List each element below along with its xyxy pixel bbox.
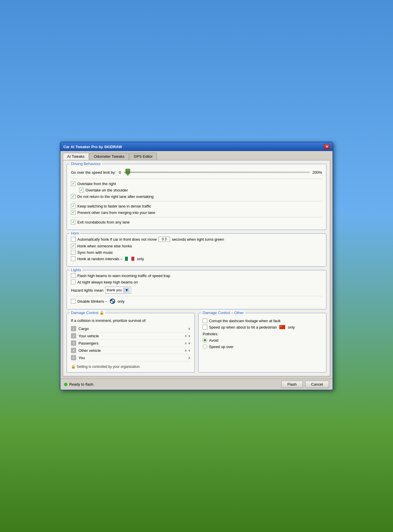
- collision-label: If a collision is imminent, prioritize s…: [71, 318, 190, 323]
- cb-high-beams-input[interactable]: [71, 280, 76, 284]
- lights-title: Lights: [70, 268, 82, 272]
- speed-label: Go over the speed limit by:: [71, 170, 116, 175]
- cb-prevent-merge-label: Prevent other cars from merging into you…: [77, 210, 155, 215]
- priority-arrows-4: ∧ ∨: [185, 349, 190, 352]
- org-lock-icon: 🔒: [71, 364, 76, 369]
- priority-num-5: 5: [71, 355, 76, 360]
- blinkers-suffix: only: [118, 299, 125, 304]
- cb-flash-beams-input[interactable]: [71, 273, 76, 278]
- cb-overtake-shoulder-input[interactable]: [79, 188, 84, 192]
- horn-section: Horn Automatically honk if car in front …: [67, 233, 326, 267]
- cb-honk-others-input[interactable]: [71, 244, 76, 248]
- priority-item-3: 3 Passengers ∧ ∨: [71, 340, 190, 347]
- china-flag-icon: [279, 325, 285, 329]
- driving-behaviour-section: Driving Behaviour Go over the speed limi…: [67, 164, 326, 230]
- priority-num-4: 4: [71, 348, 76, 353]
- cb-auto-honk: Automatically honk if car in front does …: [71, 237, 322, 242]
- priority-up-3[interactable]: ∧: [185, 341, 187, 345]
- hazard-value: thank you: [107, 288, 122, 292]
- hazard-select[interactable]: thank you ▼: [105, 287, 131, 294]
- hazard-dropdown-arrow[interactable]: ▼: [124, 288, 130, 293]
- cb-sync-horn: Sync horn with music: [71, 250, 322, 255]
- cb-speed-pedestrian: Speed up when about to hit a pedestrian …: [203, 325, 322, 329]
- tab-bar: AI Tweaks Odometer Tweaks GPS Editor: [60, 151, 333, 160]
- cb-corrupt-dashcam-label: Corrupt the dashcam footage when at faul…: [209, 319, 281, 323]
- cb-no-return-lane-input[interactable]: [71, 194, 76, 199]
- potholes-section: Potholes: Avoid Speed up over: [203, 332, 322, 349]
- cb-overtake-shoulder: Overtake on the shoulder: [79, 188, 322, 192]
- flash-button[interactable]: Flash: [281, 381, 303, 388]
- cb-sync-horn-label: Sync horn with music: [77, 250, 113, 255]
- priority-down-1[interactable]: ∨: [188, 327, 190, 331]
- priority-list: 1 Cargo ∨ 2 Your vehicle ∧ ∨: [71, 325, 190, 361]
- pedestrian-flag-suffix: only: [288, 325, 295, 329]
- speed-slider-row: Go over the speed limit by: 0 200%: [71, 169, 322, 176]
- cb-flash-beams: Flash high beams to warn incoming traffi…: [71, 273, 322, 278]
- priority-down-3[interactable]: ∨: [188, 341, 190, 345]
- tab-gps-editor[interactable]: GPS Editor: [129, 153, 157, 160]
- radio-speedup: Speed up over: [203, 344, 322, 349]
- slider-thumb[interactable]: [126, 169, 130, 176]
- priority-label-4: Other vehicle: [78, 348, 182, 353]
- priority-up-2[interactable]: ∧: [185, 334, 187, 338]
- window-title: Car AI Tweaker Pro by SKIDRAW: [63, 145, 122, 149]
- cb-disable-blinkers: Disable blinkers – only: [71, 299, 322, 304]
- radio-speedup-label: Speed up over: [209, 345, 234, 349]
- cb-sync-horn-input[interactable]: [71, 250, 76, 255]
- priority-arrows-2: ∧ ∨: [185, 334, 190, 338]
- priority-num-3: 3: [71, 341, 76, 346]
- close-button[interactable]: ✕: [324, 144, 330, 149]
- priority-up-4[interactable]: ∧: [185, 349, 187, 352]
- tab-odometer-tweaks[interactable]: Odometer Tweaks: [90, 153, 129, 160]
- cb-random-honk-input[interactable]: [71, 256, 76, 261]
- lights-section: Lights Flash high beams to warn incoming…: [67, 270, 326, 309]
- damage-control-other-section: Damage Control – Other Corrupt the dashc…: [198, 313, 326, 373]
- honk-delay-input[interactable]: [158, 237, 170, 242]
- blinkers-label: Disable blinkers –: [77, 299, 107, 304]
- priority-arrows-5: ∧: [188, 356, 190, 360]
- tab-ai-tweaks[interactable]: AI Tweaks: [63, 153, 89, 160]
- damage-control-section: Damage Control 🔒 If a collision is immin…: [67, 313, 195, 373]
- radio-avoid-input[interactable]: [203, 338, 207, 343]
- speed-max: 200%: [312, 170, 322, 175]
- priority-label-2: Your vehicle: [78, 334, 182, 338]
- priority-arrows-3: ∧ ∨: [185, 341, 190, 345]
- cb-faster-lane-input[interactable]: [71, 204, 76, 208]
- cb-prevent-merge-input[interactable]: [71, 210, 76, 215]
- status-left: Ready to flash.: [64, 382, 94, 386]
- cb-overtake-right-input[interactable]: [71, 181, 76, 186]
- auto-honk-suffix: seconds when light turns green: [172, 237, 224, 242]
- bmw-logo-icon: [110, 299, 115, 304]
- status-dot: [64, 383, 67, 386]
- cb-auto-honk-input[interactable]: [71, 237, 76, 242]
- cb-corrupt-dashcam-input[interactable]: [203, 318, 207, 323]
- priority-down-4[interactable]: ∨: [188, 349, 190, 352]
- damage-control-other-title: Damage Control – Other: [201, 311, 245, 315]
- cb-overtake-shoulder-label: Overtake on the shoulder: [85, 188, 128, 192]
- cb-corrupt-dashcam: Corrupt the dashcam footage when at faul…: [203, 318, 322, 323]
- cb-roundabouts-input[interactable]: [71, 220, 76, 224]
- status-bar: Ready to flash. Flash Cancel: [60, 379, 333, 390]
- cb-high-beams-label: At night always keep high beams on: [77, 280, 138, 284]
- speed-min: 0: [119, 170, 121, 175]
- hazard-prefix: Hazard lights mean: [71, 288, 103, 292]
- radio-speedup-input[interactable]: [203, 344, 207, 349]
- status-text: Ready to flash.: [69, 382, 94, 386]
- cancel-button[interactable]: Cancel: [305, 381, 329, 388]
- cb-high-beams: At night always keep high beams on: [71, 280, 322, 284]
- auto-honk-prefix: Automatically honk if car in front does …: [77, 237, 157, 242]
- driving-behaviour-title: Driving Behaviour: [70, 162, 102, 166]
- status-buttons: Flash Cancel: [281, 381, 329, 388]
- cb-overtake-right-label: Overtake from the right: [77, 182, 116, 186]
- cb-disable-blinkers-input[interactable]: [71, 299, 76, 304]
- priority-down-2[interactable]: ∨: [188, 334, 190, 338]
- priority-item-5: 5 You ∧: [71, 354, 190, 361]
- cb-honk-others-label: Honk when someone else honks: [77, 244, 132, 248]
- priority-up-5[interactable]: ∧: [188, 356, 190, 360]
- slider-track: [124, 172, 310, 173]
- speed-slider[interactable]: [124, 169, 310, 176]
- potholes-label: Potholes:: [203, 332, 322, 336]
- cb-speed-pedestrian-input[interactable]: [203, 325, 207, 329]
- lock-icon: 🔒: [99, 311, 104, 315]
- cb-no-return-lane: Do not return to the right lane after ov…: [71, 194, 322, 199]
